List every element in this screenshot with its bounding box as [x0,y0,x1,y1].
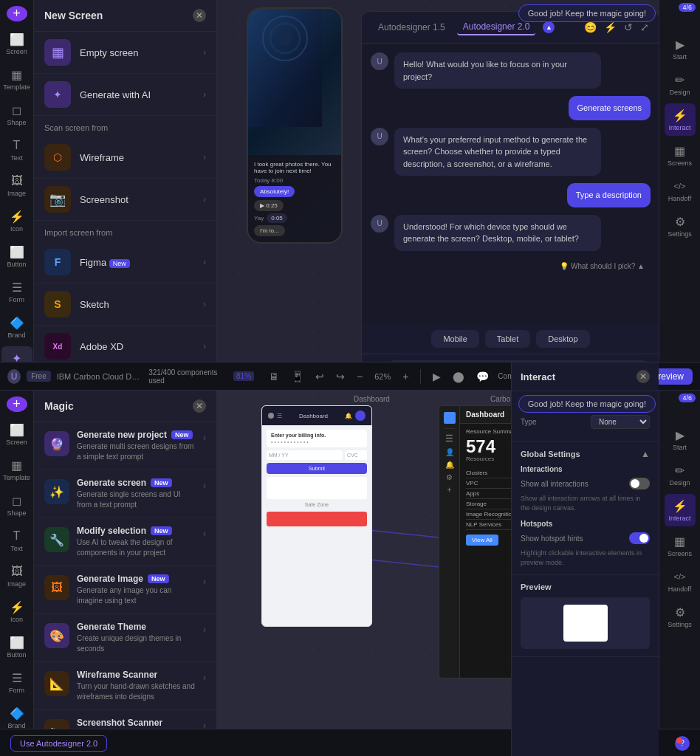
bot-avatar-3: U [371,215,388,233]
mobile-button[interactable]: Mobile [431,330,478,348]
empty-screen-item[interactable]: ▦ Empty screen › [34,32,216,74]
dash-frame-content: Enter your billing info. • • • • • • • •… [262,425,371,531]
tb-logo: U [7,369,21,384]
play-icon[interactable]: ▶ [430,371,444,382]
right-screens-button[interactable]: ▦ Screens [665,139,696,171]
sidebar-bottom-screen[interactable]: ⬜ Screen [1,418,32,450]
magic-panel-header: Magic ✕ [34,391,216,422]
undo-icon[interactable]: ↩ [312,371,327,382]
sidebar-bottom-button[interactable]: ⬜ Button [1,630,32,663]
wireframe-item[interactable]: ⬡ Wireframe › [34,137,216,179]
hotspots-toggle[interactable] [629,532,650,544]
screenshot-scanner-item[interactable]: 📷 Screenshot Scanner Turn app screenshot… [34,710,216,729]
modify-selection-item[interactable]: 🔧 Modify selection New Use AI to tweak t… [34,518,216,566]
sidebar-bottom-template[interactable]: ▦ Template [1,453,32,486]
rb-design-button[interactable]: ✏ Design [665,458,696,491]
emoji-icon[interactable]: 😊 [584,21,597,33]
generate-project-item[interactable]: 🔮 Generate new project New Generate mult… [34,422,216,470]
zoom-in-icon[interactable]: + [399,371,411,382]
sidebar-item-screen[interactable]: ⬜ Screen [1,27,32,60]
sidebar-bottom-icon[interactable]: ⚡ Icon [1,595,32,628]
sidebar-item-text[interactable]: T Text [1,134,32,166]
dashboard-screen-frame[interactable]: ☰ Dashboard 🔔 Enter your billing info. •… [261,405,372,627]
rb-interact-button[interactable]: ⚡ Interact [665,494,696,526]
redo-icon[interactable]: ↪ [333,371,348,382]
close-magic-button[interactable]: ✕ [193,399,206,413]
arrow-icon-ss2: › [203,718,206,729]
interact-panel: Interact ✕ Interaction ▲ Type None [511,391,659,729]
record-icon[interactable]: ⬤ [450,371,467,382]
sidebar-item-button[interactable]: ⬜ Button [1,240,32,272]
expand-icon[interactable]: ⤢ [640,21,649,33]
phone-mockup: I took great photos there. You have to j… [247,7,343,244]
sidebar-item-brand[interactable]: 🔷 Brand [1,311,32,343]
sidebar-bottom-shape[interactable]: ◻ Shape [1,489,32,521]
sidebar-bottom-text[interactable]: T Text [1,524,32,557]
rb-interact-label: Interact [668,515,690,522]
close-panel-button[interactable]: ✕ [193,9,206,22]
adobe-xd-icon: Xd [44,333,71,360]
sidebar-bottom-image[interactable]: 🖼 Image [1,560,32,592]
template-icon: ▦ [10,67,24,82]
chat-message-1: U Hello! What would you like to focus on… [371,52,651,89]
right-handoff-button[interactable]: </> Handoff [665,174,696,207]
new-screen-button[interactable]: + [7,6,27,21]
sidebar-item-shape[interactable]: ◻ Shape [1,98,32,131]
refresh-icon[interactable]: ↺ [624,21,633,33]
wireframe-scanner-item[interactable]: 📐 Wireframe Scanner Turn your hand-drawn… [34,662,216,710]
rb-settings-button[interactable]: ⚙ Settings [665,600,696,633]
sidebar-item-template[interactable]: ▦ Template [1,63,32,95]
right-interact-button[interactable]: ⚡ Interact [665,103,696,136]
desktop-button[interactable]: Desktop [536,330,589,348]
generate-screen-item[interactable]: ✨ Generate screen New Generate single sc… [34,470,216,518]
generate-image-item[interactable]: 🖼 Generate Image New Generate any image … [34,566,216,614]
show-all-toggle[interactable] [629,478,650,489]
zoom-out-icon[interactable]: − [354,371,366,382]
screenshot-item[interactable]: 📷 Screenshot › [34,179,216,221]
show-all-row: Show all interactions [521,478,650,489]
chat-tab-v1[interactable]: Autodesigner 1.5 [372,20,451,35]
generate-ai-item[interactable]: ✦ Generate with AI › [34,74,216,116]
comments-icon[interactable]: 💬 [473,371,492,382]
generate-screen-icon: ✨ [44,479,69,504]
sidebar-item-form[interactable]: ☰ Form [1,275,32,308]
monitor-icon[interactable]: 🖥 [266,371,282,382]
mobile-icon[interactable]: 📱 [288,371,306,382]
rb-start-button[interactable]: ▶ Start [665,423,696,456]
right-start-button[interactable]: ▶ Start [665,32,696,65]
rb-handoff-button[interactable]: </> Handoff [665,565,696,597]
screens-icon: ▦ [673,143,687,158]
interact-label: Interact [668,124,690,131]
generate-ai-text: Generate with AI [80,89,194,100]
view-all-button[interactable]: View All [466,535,498,546]
template-icon-b: ▦ [10,458,24,472]
figma-item[interactable]: F Figma New › [34,241,216,284]
design-icon: ✏ [673,72,687,87]
right-settings-button[interactable]: ⚙ Settings [665,210,696,242]
carbon-sidebar: ☰ 👤 🔔 ⚙ + [439,406,460,678]
form-label-b: Form [9,687,24,694]
type-select[interactable]: None [591,415,650,429]
sidebar-bottom-brand[interactable]: 🔷 Brand [1,701,32,729]
main-canvas-top[interactable]: I took great photos there. You have to j… [217,0,659,362]
sidebar-bottom-form[interactable]: ☰ Form [1,666,32,698]
sidebar-item-icon[interactable]: ⚡ Icon [1,205,32,237]
lightning-icon[interactable]: ⚡ [604,21,617,33]
screen-label: Screen [6,48,27,55]
sidebar-item-image[interactable]: 🖼 Image [1,169,32,202]
right-design-button[interactable]: ✏ Design [665,68,696,100]
sketch-item[interactable]: S Sketch › [34,284,216,326]
handoff-label: Handoff [668,195,691,202]
tablet-button[interactable]: Tablet [485,330,530,348]
chat-input[interactable]: Type here... [386,360,651,362]
brand-label: Brand [7,331,25,339]
new-screen-btn-bottom[interactable]: + [7,396,27,412]
generate-theme-item[interactable]: 🎨 Generate Theme Create unique design th… [34,614,216,662]
chat-body: U Hello! What would you like to focus on… [362,44,659,324]
rb-screens-button[interactable]: ▦ Screens [665,529,696,562]
hotspots-label: Show hotspot hints [521,535,583,543]
use-autodesigner-button[interactable]: Use Autodesigner 2.0 [10,735,107,752]
toggle-knob [631,479,639,488]
chat-message-2: Generate screens [371,96,651,120]
adobe-xd-item[interactable]: Xd Adobe XD › [34,326,216,362]
